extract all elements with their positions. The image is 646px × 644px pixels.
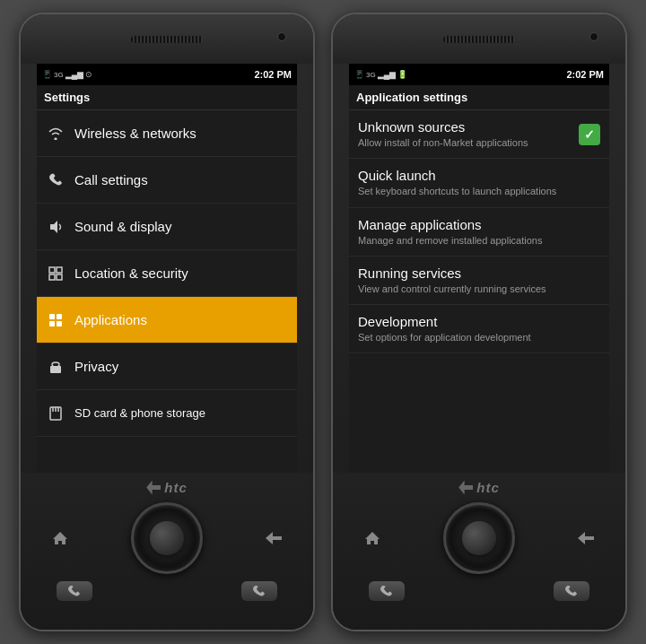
svg-marker-0 <box>50 221 57 233</box>
unknown-sources-title: Unknown sources <box>358 119 600 135</box>
sim-icon: 📱 <box>42 70 52 79</box>
phones-container: 📱 3G ▂▄▆ ⊙ 2:02 PM Settings <box>19 13 627 631</box>
privacy-icon <box>46 357 65 377</box>
svg-rect-1 <box>49 267 55 273</box>
svg-rect-8 <box>57 321 62 326</box>
phone-icon <box>46 170 65 190</box>
title-text-2: Application settings <box>356 91 467 104</box>
back-button-2[interactable] <box>573 526 598 551</box>
wireless-label: Wireless & networks <box>74 126 196 141</box>
home-button-2[interactable] <box>360 526 385 551</box>
svg-rect-10 <box>52 362 59 367</box>
nav-row-2 <box>333 499 625 578</box>
svg-rect-3 <box>49 274 55 280</box>
call-answer-btn-1[interactable] <box>57 581 92 601</box>
home-button-1[interactable] <box>48 526 73 551</box>
svg-marker-17 <box>365 532 380 544</box>
front-camera-2 <box>589 32 598 41</box>
manage-apps-title: Manage applications <box>358 217 600 232</box>
svg-rect-5 <box>49 314 55 319</box>
sdcard-icon <box>46 404 65 423</box>
manage-apps-subtitle: Manage and remove installed applications <box>358 234 600 247</box>
settings-item-location[interactable]: Location & security <box>37 250 297 297</box>
app-item-unknown-sources[interactable]: Unknown sources Allow install of non-Mar… <box>349 110 609 159</box>
applications-label: Applications <box>74 312 147 327</box>
call-answer-btn-2[interactable] <box>369 581 405 601</box>
settings-item-wireless[interactable]: Wireless & networks <box>37 110 297 157</box>
apps-icon <box>46 310 65 330</box>
settings-item-privacy[interactable]: Privacy <box>37 344 297 390</box>
app-settings-list: Unknown sources Allow install of non-Mar… <box>349 110 609 473</box>
front-camera <box>277 32 286 41</box>
trackball-1[interactable] <box>131 502 203 574</box>
trackball-center-1 <box>150 521 184 555</box>
unknown-sources-subtitle: Allow install of non-Market applications <box>358 136 600 149</box>
status-bar-2: 📱 3G ▂▄▆ 🔋 2:02 PM <box>349 64 609 85</box>
running-services-subtitle: View and control currently running servi… <box>358 283 600 295</box>
htc-arrow-icon <box>146 481 161 495</box>
app-item-development[interactable]: Development Set options for application … <box>349 305 609 353</box>
htc-logo-2: htc <box>458 480 500 495</box>
status-time-1: 2:02 PM <box>254 69 292 80</box>
htc-logo-1: htc <box>146 480 188 495</box>
battery-icon-2: 🔋 <box>397 70 407 79</box>
phone-1-bottom: htc <box>21 473 313 630</box>
phone-2-bottom: htc <box>333 473 625 630</box>
signal-3g: 3G <box>54 71 64 79</box>
signal-3g-2: 3G <box>366 71 376 79</box>
htc-arrow-icon-2 <box>458 481 473 495</box>
speaker-grille <box>131 36 203 43</box>
signal-bars: ▂▄▆ <box>65 70 83 79</box>
status-bar-1: 📱 3G ▂▄▆ ⊙ 2:02 PM <box>37 64 297 85</box>
app-item-quick-launch[interactable]: Quick launch Set keyboard shortcuts to l… <box>349 159 609 207</box>
call-buttons-row-2 <box>333 579 625 603</box>
svg-marker-18 <box>578 532 594 544</box>
development-subtitle: Set options for application development <box>358 331 600 344</box>
sdcard-label: SD card & phone storage <box>74 406 205 420</box>
status-time-2: 2:02 PM <box>566 69 604 80</box>
app-item-running-services[interactable]: Running services View and control curren… <box>349 257 609 305</box>
phone-1: 📱 3G ▂▄▆ ⊙ 2:02 PM Settings <box>19 13 315 631</box>
quick-launch-title: Quick launch <box>358 168 600 183</box>
sim-icon-2: 📱 <box>354 70 364 79</box>
call-label: Call settings <box>74 172 148 187</box>
svg-rect-6 <box>57 314 62 319</box>
svg-rect-4 <box>57 274 62 280</box>
wifi-icon <box>46 124 65 144</box>
speaker-grille-2 <box>443 36 515 43</box>
app-item-manage-apps[interactable]: Manage applications Manage and remove in… <box>349 208 609 257</box>
settings-list: Wireless & networks Call settings <box>37 110 297 473</box>
htc-brand-text-2: htc <box>476 480 500 495</box>
development-title: Development <box>358 314 600 329</box>
svg-marker-16 <box>266 532 282 544</box>
settings-item-sound[interactable]: Sound & display <box>37 204 297 250</box>
signal-bars-2: ▂▄▆ <box>378 70 396 79</box>
phone-2-top-bezel <box>333 14 625 64</box>
grid-icon <box>46 264 65 283</box>
phone-1-top-bezel <box>21 14 313 64</box>
title-bar-1: Settings <box>37 85 297 110</box>
location-label: Location & security <box>74 265 188 281</box>
status-left-icons-2: 📱 3G ▂▄▆ 🔋 <box>354 70 407 79</box>
phone-2-screen: 📱 3G ▂▄▆ 🔋 2:02 PM Application settings … <box>349 64 609 473</box>
svg-marker-15 <box>53 532 67 544</box>
phone-1-screen: 📱 3G ▂▄▆ ⊙ 2:02 PM Settings <box>37 64 297 473</box>
settings-item-applications[interactable]: Applications <box>37 297 297 344</box>
unknown-sources-checkbox[interactable] <box>579 124 600 145</box>
settings-item-call[interactable]: Call settings <box>37 157 297 204</box>
speaker-icon <box>46 217 65 237</box>
call-end-btn-2[interactable] <box>554 581 589 601</box>
trackball-2[interactable] <box>443 502 515 574</box>
status-left-icons: 📱 3G ▂▄▆ ⊙ <box>42 70 92 79</box>
trackball-center-2 <box>462 521 496 555</box>
settings-item-sdcard[interactable]: SD card & phone storage <box>37 390 297 437</box>
nav-row-1 <box>21 499 313 578</box>
quick-launch-subtitle: Set keyboard shortcuts to launch applica… <box>358 185 600 197</box>
call-buttons-row-1 <box>21 579 313 603</box>
back-button-1[interactable] <box>261 526 286 551</box>
wifi-icon: ⊙ <box>85 70 92 79</box>
call-end-btn-1[interactable] <box>241 581 277 601</box>
sound-label: Sound & display <box>74 219 171 234</box>
svg-rect-2 <box>57 267 62 273</box>
title-text-1: Settings <box>44 91 90 104</box>
